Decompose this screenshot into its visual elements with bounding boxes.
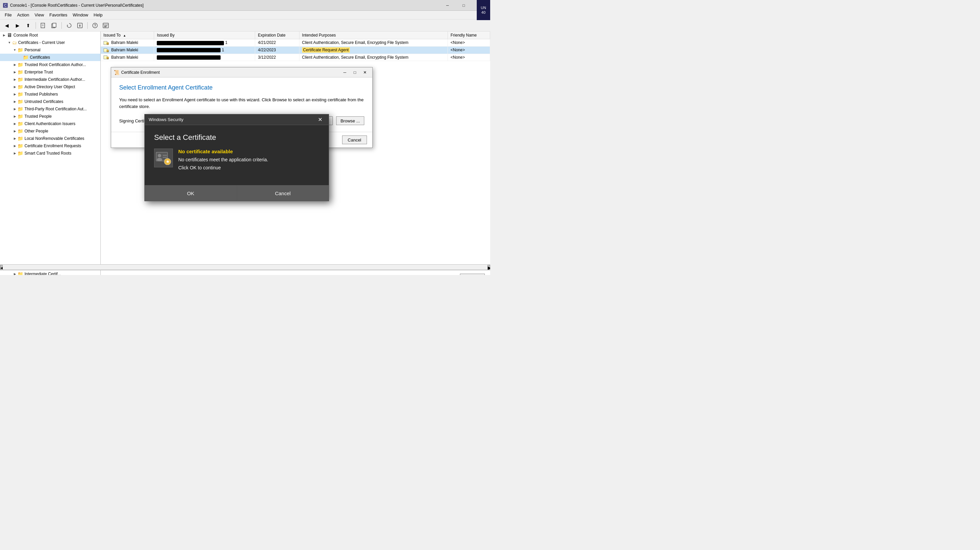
cell-issued-to: ★ Bahram Maleki	[101, 54, 154, 61]
tree-item-local-nonremovable[interactable]: ▶ 📁 Local NonRemovable Certificates	[0, 135, 100, 142]
svg-text:⬆: ⬆	[79, 24, 81, 27]
forward-button[interactable]: ▶	[13, 21, 22, 30]
expander-icon: ▶	[12, 62, 18, 67]
dialog-minimize-button[interactable]: ─	[340, 68, 350, 77]
col-friendly-name[interactable]: Friendly Name	[448, 32, 490, 39]
svg-rect-15	[104, 27, 107, 27]
h-scrollbar[interactable]: ◀ ▶	[0, 264, 490, 269]
security-cert-area: ★ No certificate available No certificat…	[154, 149, 319, 170]
bottom-cancel-button[interactable]: Cancel	[460, 274, 485, 275]
export-button[interactable]: ⬆	[75, 21, 84, 30]
table-row[interactable]: ★ Bahram Maleki 1 4/21/2022 Client Authe…	[101, 39, 490, 47]
security-ok-button[interactable]: OK	[145, 185, 237, 201]
up-button[interactable]: ⬆	[24, 21, 33, 30]
tree-item-other-people[interactable]: ▶ 📁 Other People	[0, 127, 100, 135]
browse-button[interactable]: Browse ...	[336, 116, 364, 125]
tree-item-intermediate[interactable]: ▶ 📁 Intermediate Certification Author...	[0, 76, 100, 83]
tree-label-personal: Personal	[24, 48, 40, 52]
expander-icon: ▶	[2, 33, 7, 38]
expander-icon: ▼	[7, 40, 12, 45]
scroll-left-btn[interactable]: ◀	[0, 265, 3, 269]
svg-marker-7	[67, 24, 68, 25]
cell-purposes: Certificate Request Agent	[299, 46, 447, 54]
cell-expiration: 4/22/2023	[255, 46, 299, 54]
folder-icon: 📁	[18, 106, 23, 112]
security-buttons: OK Cancel	[145, 185, 329, 201]
security-close-button[interactable]: ✕	[315, 115, 325, 124]
cell-issued-by	[154, 54, 255, 61]
new-button[interactable]	[38, 21, 48, 30]
security-cert-info: No certificate available No certificates…	[178, 149, 268, 170]
table-row[interactable]: ★ Bahram Maleki 1 4/22/2023 Certificate …	[101, 46, 490, 54]
tree-item-personal[interactable]: ▼ 📁 Personal	[0, 46, 100, 54]
cell-friendly-name: <None>	[448, 46, 490, 54]
menu-file[interactable]: File	[2, 12, 14, 18]
sys-tray-text: UN40	[481, 5, 486, 15]
tree-item-third-party[interactable]: ▶ 📁 Third-Party Root Certification Aut..…	[0, 105, 100, 113]
svg-rect-2	[41, 23, 45, 28]
tree-label-enrollment-requests: Certificate Enrollment Requests	[24, 144, 81, 148]
toolbar-separator-3	[87, 22, 88, 29]
folder-icon: 📁	[18, 271, 23, 275]
security-cancel-button[interactable]: Cancel	[237, 185, 329, 201]
expander-icon: ▶	[12, 143, 18, 149]
col-issued-by[interactable]: Issued By	[154, 32, 255, 39]
enrollment-cancel-button[interactable]: Cancel	[342, 135, 367, 144]
cell-purposes: Client Authentication, Secure Email, Enc…	[299, 54, 447, 61]
dialog-close-button[interactable]: ✕	[360, 68, 370, 77]
svg-rect-14	[104, 25, 107, 26]
window-title: Console1 - [Console Root\Certificates - …	[10, 3, 440, 8]
scroll-track[interactable]	[3, 265, 487, 269]
tree-item-certificates-cu[interactable]: ▼ 🗂 Certificates - Current User	[0, 39, 100, 46]
menu-action[interactable]: Action	[14, 12, 32, 18]
tree-item-bottom-intermediate[interactable]: ▶ 📁 Intermediate Certif...	[0, 270, 100, 275]
tree-item-console-root[interactable]: ▶ 🖥 Console Root	[0, 32, 100, 39]
copy-button[interactable]	[49, 21, 59, 30]
tree-item-ad-user[interactable]: ▶ 📁 Active Directory User Object	[0, 83, 100, 90]
enrollment-description: You need to select an Enrollment Agent c…	[119, 97, 364, 110]
tree-item-trusted-people[interactable]: ▶ 📁 Trusted People	[0, 113, 100, 120]
tree-item-enterprise-trust[interactable]: ▶ 📁 Enterprise Trust	[0, 68, 100, 76]
menu-view[interactable]: View	[32, 12, 47, 18]
tree-label-enterprise-trust: Enterprise Trust	[24, 70, 53, 74]
scroll-right-btn[interactable]: ▶	[487, 265, 490, 269]
folder-icon: 📁	[23, 55, 29, 60]
expander-icon: ▶	[12, 77, 18, 82]
expander-icon: ▶	[12, 271, 18, 275]
tree-item-trusted-root[interactable]: ▶ 📁 Trusted Root Certification Author...	[0, 61, 100, 68]
minimize-button[interactable]: ─	[440, 0, 455, 11]
tree-label-smart-card: Smart Card Trusted Roots	[24, 151, 71, 155]
back-button[interactable]: ◀	[2, 21, 11, 30]
menu-favorites[interactable]: Favorites	[47, 12, 70, 18]
cert-icon: ★	[103, 55, 109, 60]
folder-icon: 📁	[18, 121, 23, 127]
tree-item-certificates[interactable]: 📁 Certificates	[0, 54, 100, 61]
tree-item-smart-card[interactable]: ▶ 📁 Smart Card Trusted Roots	[0, 150, 100, 157]
folder-icon: 📁	[18, 47, 23, 53]
dialog-maximize-button[interactable]: □	[350, 68, 360, 77]
app-icon: C	[3, 3, 8, 8]
maximize-button[interactable]: □	[456, 0, 471, 11]
tree-item-enrollment-requests[interactable]: ▶ 📁 Certificate Enrollment Requests	[0, 142, 100, 150]
tree-item-trusted-publishers[interactable]: ▶ 📁 Trusted Publishers	[0, 90, 100, 98]
col-expiration[interactable]: Expiration Date	[255, 32, 299, 39]
expander-icon: ▶	[12, 128, 18, 134]
cell-expiration: 3/12/2022	[255, 54, 299, 61]
tree-item-client-auth[interactable]: ▶ 📁 Client Authentication Issuers	[0, 120, 100, 127]
expander-icon: ▶	[12, 92, 18, 97]
cell-issued-to: ★ Bahram Maleki	[101, 46, 154, 54]
col-intended-purposes[interactable]: Intended Purposes	[299, 32, 447, 39]
expander-icon: ▶	[12, 136, 18, 141]
help-button[interactable]: ?	[90, 21, 100, 30]
properties-button[interactable]	[101, 21, 110, 30]
refresh-button[interactable]	[64, 21, 74, 30]
sec-desc-1: No certificates meet the application cri…	[178, 157, 268, 162]
menu-window[interactable]: Window	[70, 12, 91, 18]
expander-icon: ▶	[12, 121, 18, 127]
tree-item-untrusted[interactable]: ▶ 📁 Untrusted Certificates	[0, 98, 100, 105]
tree-label-certs-cu: Certificates - Current User	[18, 40, 65, 45]
table-row[interactable]: ★ Bahram Maleki 3/12/2022 Client Authent…	[101, 54, 490, 61]
col-issued-to[interactable]: Issued To ▲	[101, 32, 154, 39]
tree-label-certificates: Certificates	[30, 55, 50, 60]
menu-help[interactable]: Help	[91, 12, 105, 18]
